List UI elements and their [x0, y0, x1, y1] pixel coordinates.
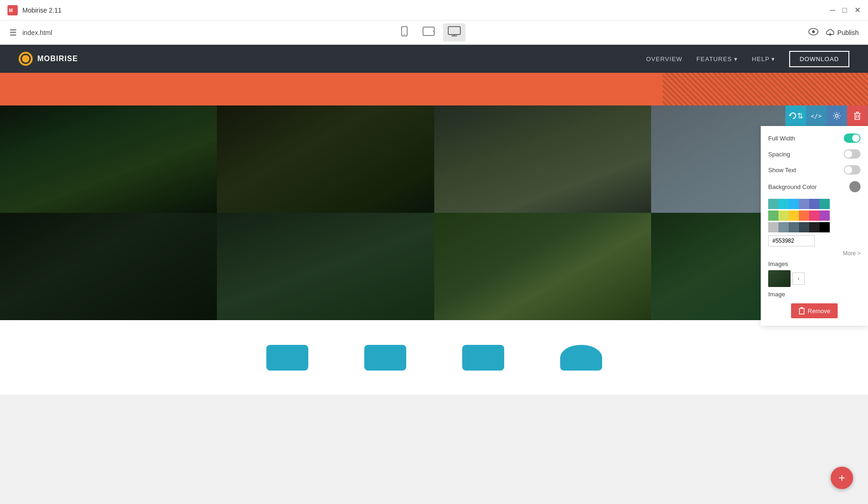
color-swatch-lime[interactable] — [778, 210, 789, 221]
tablet-icon — [423, 26, 435, 36]
image-thumbnails: ‹ — [768, 270, 861, 287]
spacing-label: Spacing — [768, 151, 790, 158]
app-logo-icon: M — [7, 5, 18, 15]
sun-logo-icon — [19, 52, 33, 66]
icon-2 — [364, 345, 406, 371]
mobile-icon — [399, 26, 410, 36]
nav-help[interactable]: HELP ▾ — [752, 56, 775, 63]
color-swatch-indigo[interactable] — [809, 199, 819, 209]
site-nav-links: OVERVIEW FEATURES ▾ HELP ▾ DOWNLOAD — [646, 51, 849, 67]
publish-label: Publish — [837, 29, 859, 36]
svg-rect-4 — [423, 27, 434, 35]
color-swatch-indigo-light[interactable] — [799, 199, 809, 209]
color-row-2 — [768, 210, 861, 221]
settings-panel: Full Width Spacing Show Text — [761, 126, 868, 326]
site-brand: MOBIRISE — [19, 52, 78, 66]
prev-arrow-button[interactable]: ‹ — [792, 273, 805, 285]
block-settings-button[interactable] — [826, 105, 847, 126]
hamburger-button[interactable]: ☰ — [9, 28, 17, 38]
teal-icon-3 — [462, 345, 504, 371]
file-name: index.html — [22, 29, 52, 36]
color-swatch-grey[interactable] — [768, 222, 778, 232]
image-thumb-1[interactable] — [768, 270, 791, 287]
gallery-cell-1 — [0, 105, 217, 213]
app-title: Mobirise 2.11 — [22, 7, 62, 14]
color-swatch-lightblue[interactable] — [789, 199, 799, 209]
color-swatch-teal[interactable] — [768, 199, 778, 209]
preview-button[interactable] — [808, 27, 819, 38]
gallery-section: ⇅ </> Full Width Spacing — [0, 105, 868, 320]
toolbar-left: ☰ index.html — [9, 28, 52, 38]
block-refresh-button[interactable]: ⇅ — [785, 105, 806, 126]
gallery-cell-3 — [434, 105, 651, 213]
nav-overview[interactable]: OVERVIEW — [646, 56, 682, 63]
color-swatch-green[interactable] — [768, 210, 778, 221]
forest-image-1 — [0, 105, 217, 213]
settings-show-text-row: Show Text — [768, 165, 861, 175]
fab-button[interactable]: + — [831, 467, 853, 489]
more-link[interactable]: More > — [768, 250, 861, 257]
block-code-button[interactable]: </> — [806, 105, 826, 126]
teal-icon-4 — [560, 345, 602, 371]
show-text-label: Show Text — [768, 167, 796, 174]
title-bar-controls: ─ □ ✕ — [830, 7, 861, 14]
refresh-icon — [789, 112, 797, 120]
gallery-cell-7 — [434, 213, 651, 320]
mobile-device-button[interactable] — [395, 23, 414, 42]
show-text-toggle[interactable] — [844, 165, 861, 175]
orange-section — [0, 73, 868, 105]
color-swatch-dark-grey[interactable] — [799, 222, 809, 232]
nav-arrows: ‹ — [792, 273, 805, 285]
spacing-toggle[interactable] — [844, 149, 861, 159]
color-swatch-teal-dark[interactable] — [819, 199, 830, 209]
bg-color-swatch[interactable] — [849, 181, 861, 192]
color-swatch-blue-grey-dark[interactable] — [789, 222, 799, 232]
forest-image-3 — [434, 105, 651, 213]
toggle-knob — [852, 134, 860, 142]
color-swatch-purple[interactable] — [819, 210, 830, 221]
block-delete-button[interactable] — [847, 105, 868, 126]
images-label: Images — [768, 260, 861, 267]
cloud-icon — [826, 29, 834, 36]
teal-icon-1 — [266, 345, 308, 371]
color-swatch-deep-orange[interactable] — [799, 210, 809, 221]
maximize-button[interactable]: □ — [842, 7, 847, 14]
diagonal-pattern — [663, 73, 868, 105]
nav-download-button[interactable]: DOWNLOAD — [789, 51, 849, 67]
tablet-device-button[interactable] — [418, 23, 439, 42]
device-switcher — [395, 23, 465, 42]
eye-icon — [808, 28, 819, 35]
close-button[interactable]: ✕ — [854, 7, 861, 14]
color-swatch-pink[interactable] — [809, 210, 819, 221]
forest-image-6 — [217, 213, 434, 320]
preview-area: MOBIRISE OVERVIEW FEATURES ▾ HELP ▾ DOWN… — [0, 45, 868, 395]
title-bar: M Mobirise 2.11 ─ □ ✕ — [0, 0, 868, 21]
color-swatch-blue-grey[interactable] — [778, 222, 789, 232]
full-width-toggle[interactable] — [844, 133, 861, 143]
publish-button[interactable]: Publish — [826, 29, 859, 36]
forest-image-5 — [0, 213, 217, 320]
color-swatch-black[interactable] — [819, 222, 830, 232]
minimize-button[interactable]: ─ — [830, 7, 835, 14]
color-swatch-amber[interactable] — [789, 210, 799, 221]
color-swatch-cyan[interactable] — [778, 199, 789, 209]
image-label: Image — [768, 291, 861, 298]
block-actions: ⇅ </> — [785, 105, 868, 126]
brand-name: MOBIRISE — [37, 55, 78, 63]
remove-button[interactable]: Remove — [791, 303, 838, 318]
gallery-cell-6 — [217, 213, 434, 320]
site-nav: MOBIRISE OVERVIEW FEATURES ▾ HELP ▾ DOWN… — [0, 45, 868, 73]
trash-icon — [854, 112, 861, 120]
color-hex-input[interactable] — [768, 235, 815, 246]
color-hex-row — [768, 235, 861, 246]
teal-icon-2 — [364, 345, 406, 371]
toggle-knob-3 — [845, 166, 852, 174]
svg-point-5 — [433, 31, 434, 32]
gallery-cell-5 — [0, 213, 217, 320]
forest-image-2 — [217, 105, 434, 213]
nav-features[interactable]: FEATURES ▾ — [696, 56, 738, 63]
bottom-section — [0, 320, 868, 395]
color-swatch-near-black[interactable] — [809, 222, 819, 232]
desktop-icon — [448, 26, 461, 36]
desktop-device-button[interactable] — [443, 23, 465, 42]
